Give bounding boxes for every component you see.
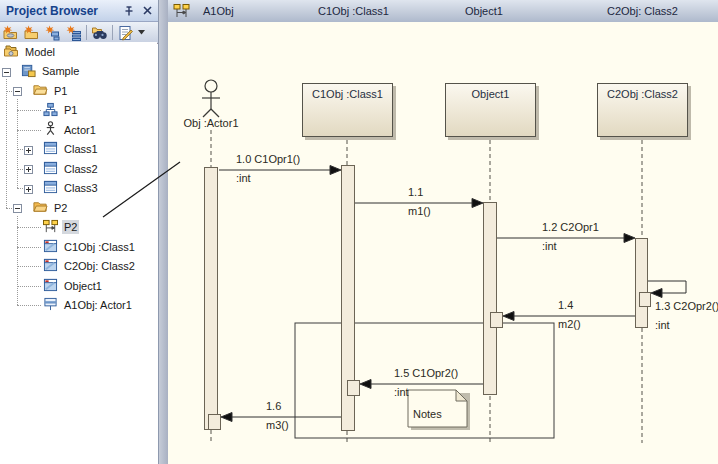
plus-expander-icon[interactable] <box>24 145 33 154</box>
sequence-diagram-header: A1Obj C1Obj :Class1 Object1 C2Obj: Class… <box>168 0 718 23</box>
tree-item-label: Class3 <box>62 181 100 195</box>
tree-item-model[interactable]: Model <box>0 42 157 62</box>
class-icon <box>43 141 58 157</box>
new-diagram-icon[interactable] <box>42 23 63 42</box>
activation-object1[interactable] <box>483 202 497 395</box>
message-label-1.4[interactable]: 1.4 m2() <box>558 299 581 330</box>
nested-activation-actor[interactable] <box>208 414 221 430</box>
sequence-diagram-icon <box>173 3 190 23</box>
minus-expander-icon[interactable] <box>2 67 11 76</box>
message-label-1.3[interactable]: 1.3 C2Opr2() :int <box>655 300 718 331</box>
class-icon <box>43 180 58 196</box>
header-lifeline-label: C1Obj :Class1 <box>318 5 389 17</box>
message-label-1.5[interactable]: 1.5 C1Opr2() :int <box>394 367 458 398</box>
view-icon <box>21 63 36 80</box>
tree-item-sample[interactable]: Sample <box>0 62 157 82</box>
tree-item-p2-diagram[interactable]: P2 <box>0 218 157 238</box>
lifeline-box-label: C2Obj :Class2 <box>607 88 678 100</box>
actor-label[interactable]: Obj :Actor1 <box>176 117 246 129</box>
tree-item-label: P1 <box>62 103 79 117</box>
activation-actor[interactable] <box>204 167 218 430</box>
sequence-diagram-icon <box>43 219 58 236</box>
tree-item-label-selected: P2 <box>62 220 79 234</box>
tree-item-c1obj[interactable]: C1Obj :Class1 <box>0 237 157 257</box>
tree-item-p1-diagram[interactable]: P1 <box>0 101 157 121</box>
new-model-icon[interactable] <box>0 23 21 42</box>
tree-item-p2-folder[interactable]: P2 <box>0 198 157 218</box>
diagram-icon <box>43 102 58 119</box>
tree-item-label: A1Obj: Actor1 <box>62 298 134 312</box>
lifeline-box-label: Object1 <box>472 88 510 100</box>
tree-item-p1-folder[interactable]: P1 <box>0 81 157 101</box>
find-in-browser-icon[interactable] <box>89 23 110 42</box>
tree-item-class1[interactable]: Class1 <box>0 140 157 160</box>
plus-expander-icon[interactable] <box>24 164 33 173</box>
tree-item-label: C2Obj: Class2 <box>62 259 137 273</box>
diagram-canvas[interactable]: C1Obj :Class1 Object1 C2Obj :Class2 <box>168 22 718 464</box>
lifeline-box-label: C1Obj :Class1 <box>312 88 383 100</box>
project-browser-panel: Project Browser <box>0 0 159 464</box>
tree-item-label: Class2 <box>62 162 100 176</box>
object-icon <box>43 239 58 255</box>
toolbar-separator <box>112 25 113 40</box>
header-lifeline-label: Object1 <box>465 5 503 17</box>
tree-item-actor1[interactable]: Actor1 <box>0 120 157 140</box>
tree-item-class3[interactable]: Class3 <box>0 179 157 199</box>
tree-item-label: Class1 <box>62 142 100 156</box>
tree-item-object1[interactable]: Object1 <box>0 276 157 296</box>
tree-item-label: Sample <box>40 64 81 78</box>
activation-c2obj[interactable] <box>635 238 648 328</box>
nested-activation-c2obj[interactable] <box>639 292 651 307</box>
toolbar-separator <box>86 25 87 40</box>
dropdown-arrow-icon[interactable] <box>136 23 147 42</box>
minus-expander-icon[interactable] <box>13 86 22 95</box>
project-browser-titlebar: Project Browser <box>0 0 158 22</box>
lifeline-box-object1[interactable]: Object1 <box>445 83 536 137</box>
message-label-1.2[interactable]: 1.2 C2Opr1 :int <box>542 221 599 252</box>
message-label-1.6[interactable]: 1.6 m3() <box>266 400 289 431</box>
folder-icon <box>32 199 48 216</box>
model-icon <box>3 43 19 61</box>
header-lifeline-label: C2Obj: Class2 <box>607 5 678 17</box>
minus-expander-icon[interactable] <box>13 203 22 212</box>
message-label-1.0[interactable]: 1.0 C1Opr1() :int <box>236 153 300 184</box>
class-icon <box>43 161 58 177</box>
lifeline-icon <box>43 297 58 313</box>
close-icon[interactable] <box>140 4 154 18</box>
object-icon <box>43 258 58 274</box>
lifeline-box-c1obj[interactable]: C1Obj :Class1 <box>302 83 393 137</box>
document-edit-icon[interactable] <box>115 23 136 42</box>
message-label-1.1[interactable]: 1.1 m1() <box>408 186 431 217</box>
new-package-icon[interactable] <box>21 23 42 42</box>
plus-expander-icon[interactable] <box>24 184 33 193</box>
object-icon <box>43 278 58 294</box>
folder-icon <box>32 82 48 99</box>
new-element-icon[interactable] <box>63 23 84 42</box>
note-element[interactable]: Notes <box>413 408 442 420</box>
tree-item-label: P2 <box>52 201 69 215</box>
tree-item-label: Model <box>23 45 57 59</box>
tree-item-label: P1 <box>52 84 69 98</box>
tree-item-label: Object1 <box>62 279 104 293</box>
tree-item-label: Actor1 <box>62 123 98 137</box>
pin-icon[interactable] <box>122 4 136 18</box>
project-tree: Model Sample P1 <box>0 42 157 464</box>
application-window: { "colors": { "diagram_bg": "#FFFDF0", "… <box>0 0 718 464</box>
header-lifeline-label: A1Obj <box>203 5 234 17</box>
actor-icon <box>43 121 58 138</box>
tree-item-class2[interactable]: Class2 <box>0 159 157 179</box>
lifeline-box-c2obj[interactable]: C2Obj :Class2 <box>597 83 688 137</box>
project-browser-toolbar <box>0 22 158 44</box>
tree-item-a1obj[interactable]: A1Obj: Actor1 <box>0 296 157 316</box>
panel-title: Project Browser <box>6 4 122 18</box>
tree-item-label: C1Obj :Class1 <box>62 240 137 254</box>
nested-activation-object1[interactable] <box>490 312 503 328</box>
nested-activation-c1obj[interactable] <box>347 380 360 396</box>
tree-item-c2obj[interactable]: C2Obj: Class2 <box>0 257 157 277</box>
